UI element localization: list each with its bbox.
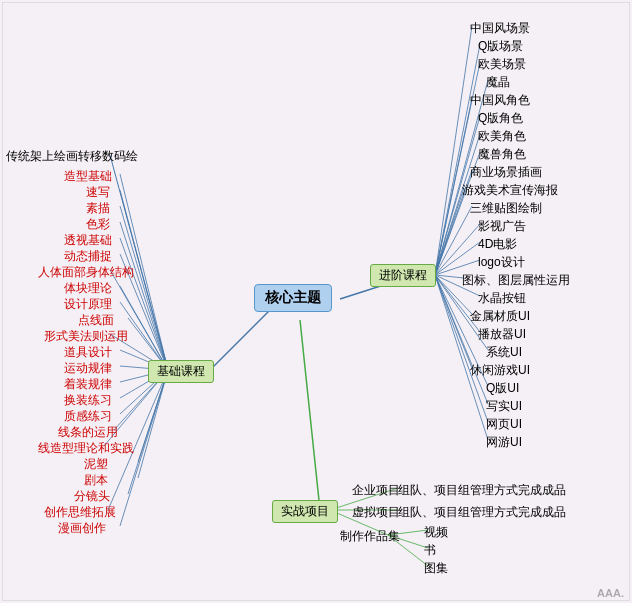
qiye-label: 企业项目 xyxy=(352,483,400,497)
sanwei-label: 三维贴图绘制 xyxy=(470,201,542,215)
sanwei-node: 三维贴图绘制 xyxy=(470,200,542,217)
jinjie-node: 进阶课程 xyxy=(370,264,436,287)
shizhan-label: 实战项目 xyxy=(272,500,338,523)
zuopinji-label: 制作作品集 xyxy=(340,529,400,543)
zhongguo-jiaose-label: 中国风角色 xyxy=(470,93,530,107)
renti-label: 人体面部身体结构 xyxy=(38,265,134,279)
jinshu-node: 金属材质UI xyxy=(470,308,530,325)
qiye-node: 企业项目 xyxy=(352,482,400,499)
xingshi-label: 形式美法则运用 xyxy=(44,329,128,343)
juben-label: 剧本 xyxy=(84,473,108,487)
shipin-node: 视频 xyxy=(424,524,448,541)
xitong-label: 系统UI xyxy=(486,345,522,359)
chuangzuo-node: 创作思维拓展 xyxy=(44,504,116,521)
nitu-node: 泥塑 xyxy=(84,456,108,473)
nitu-label: 泥塑 xyxy=(84,457,108,471)
oumei-jiaose-label: 欧美角色 xyxy=(478,129,526,143)
chuantong-label: 传统架上绘画转移数码绘 xyxy=(6,149,138,163)
xuni-node: 虚拟项目 xyxy=(352,504,400,521)
shangye-label: 商业场景插画 xyxy=(470,165,542,179)
logo-label: logo设计 xyxy=(478,255,525,269)
mindmap-canvas: 核心主题 基础课程 进阶课程 实战项目 传统架上绘画转移数码绘 造型基础 速写 … xyxy=(0,0,632,603)
dongtai-node: 动态捕捉 xyxy=(64,248,112,265)
youxi-haibao-node: 游戏美术宣传海报 xyxy=(462,182,558,199)
jichu-label: 基础课程 xyxy=(148,360,214,383)
svg-line-36 xyxy=(435,188,464,275)
zaoxing2-node: 线造型理论和实践 xyxy=(38,440,134,457)
zhongguo-fj-label: 中国风场景 xyxy=(470,21,530,35)
xiuxian-node: 休闲游戏UI xyxy=(470,362,530,379)
toushi-node: 透视基础 xyxy=(64,232,112,249)
yundong-node: 运动规律 xyxy=(64,360,112,377)
q-jiaose-node: Q版角色 xyxy=(478,110,523,127)
manhua-node: 漫画创作 xyxy=(58,520,106,537)
mojing-label: 魔晶 xyxy=(486,75,510,89)
xuni-label: 虚拟项目 xyxy=(352,505,400,519)
zaoxing-label: 造型基础 xyxy=(64,169,112,183)
xuni-desc-node: 组队、项目组管理方式完成成品 xyxy=(398,504,566,521)
mojing-node: 魔晶 xyxy=(486,74,510,91)
zaoxing-node: 造型基础 xyxy=(64,168,112,185)
zuopinji-node: 制作作品集 xyxy=(340,528,400,545)
chuangzuo-label: 创作思维拓展 xyxy=(44,505,116,519)
svg-line-2 xyxy=(300,320,320,510)
4d-node: 4D电影 xyxy=(478,236,517,253)
q-fj-label: Q版场景 xyxy=(478,39,523,53)
svg-line-8 xyxy=(120,238,168,370)
jinjie-label: 进阶课程 xyxy=(370,264,436,287)
q-fj-node: Q版场景 xyxy=(478,38,523,55)
svg-line-24 xyxy=(128,370,168,494)
linxie-label: 速写 xyxy=(86,185,110,199)
tikuai-label: 体块理论 xyxy=(64,281,112,295)
q-ui-node: Q版UI xyxy=(486,380,519,397)
svg-line-6 xyxy=(120,206,168,370)
watermark: AAA. xyxy=(597,587,624,599)
dianmian-node: 点线面 xyxy=(78,312,114,329)
center-label: 核心主题 xyxy=(254,284,332,312)
yingshi-label: 影视广告 xyxy=(478,219,526,233)
zhongguo-fj-node: 中国风场景 xyxy=(470,20,530,37)
zhezhuang-node: 着装规律 xyxy=(64,376,112,393)
renti-node: 人体面部身体结构 xyxy=(38,264,134,281)
xingshi-node: 形式美法则运用 xyxy=(44,328,128,345)
linxie-node: 速写 xyxy=(86,184,110,201)
svg-line-10 xyxy=(110,270,168,370)
svg-line-28 xyxy=(435,44,480,275)
huanzhuang-node: 换装练习 xyxy=(64,392,112,409)
secai-label: 色彩 xyxy=(86,217,110,231)
4d-label: 4D电影 xyxy=(478,237,517,251)
sheji-label: 设计原理 xyxy=(64,297,112,311)
jinshu-label: 金属材质UI xyxy=(470,309,530,323)
dongtai-label: 动态捕捉 xyxy=(64,249,112,263)
shuijing-node: 水晶按钮 xyxy=(478,290,526,307)
jichu-node: 基础课程 xyxy=(148,360,214,383)
shu-node: 书 xyxy=(424,542,436,559)
moshou-jiaose-node: 魔兽角色 xyxy=(478,146,526,163)
zhezhuang-label: 着装规律 xyxy=(64,377,112,391)
center-node: 核心主题 xyxy=(254,284,332,312)
toushi-label: 透视基础 xyxy=(64,233,112,247)
shu-label: 书 xyxy=(424,543,436,557)
sumiao-node: 素描 xyxy=(86,200,110,217)
xieshi-ui-label: 写实UI xyxy=(486,399,522,413)
bofang-label: 播放器UI xyxy=(478,327,526,341)
qiye-desc-label: 组队、项目组管理方式完成成品 xyxy=(398,483,566,497)
wangye-ui-node: 网页UI xyxy=(486,416,522,433)
zhongguo-jiaose-node: 中国风角色 xyxy=(470,92,530,109)
xuni-desc-label: 组队、项目组管理方式完成成品 xyxy=(398,505,566,519)
dianmian-label: 点线面 xyxy=(78,313,114,327)
xitong-node: 系统UI xyxy=(486,344,522,361)
wangyou-ui-node: 网游UI xyxy=(486,434,522,451)
daoyuan-node: 道具设计 xyxy=(64,344,112,361)
shipin-label: 视频 xyxy=(424,525,448,539)
svg-line-37 xyxy=(435,206,472,275)
wangyou-ui-label: 网游UI xyxy=(486,435,522,449)
xieshi-ui-node: 写实UI xyxy=(486,398,522,415)
fenjingtou-node: 分镜头 xyxy=(74,488,110,505)
sumiao-label: 素描 xyxy=(86,201,110,215)
chuantong-node: 传统架上绘画转移数码绘 xyxy=(6,148,138,165)
fenjingtou-label: 分镜头 xyxy=(74,489,110,503)
tuce-node: 图集 xyxy=(424,560,448,577)
tuce-label: 图集 xyxy=(424,561,448,575)
bofang-node: 播放器UI xyxy=(478,326,526,343)
